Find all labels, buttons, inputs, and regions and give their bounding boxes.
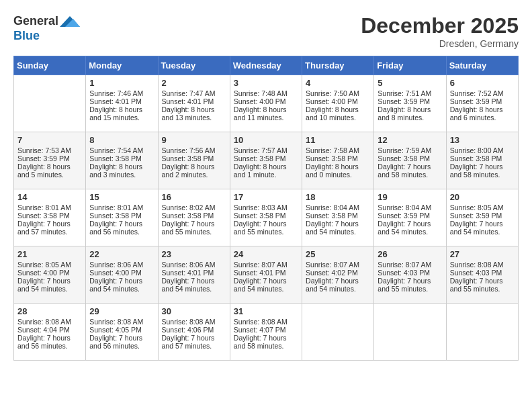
day-number: 21: [17, 249, 82, 259]
header-monday: Monday: [86, 56, 158, 75]
calendar-cell: 1Sunrise: 7:46 AMSunset: 4:01 PMDaylight…: [86, 75, 158, 132]
sunset-text: Sunset: 3:59 PM: [378, 212, 442, 220]
daylight-text: Daylight: 7 hours and 54 minutes.: [306, 277, 370, 293]
calendar-cell: 26Sunrise: 8:07 AMSunset: 4:03 PMDayligh…: [374, 246, 446, 304]
sunset-text: Sunset: 3:58 PM: [450, 154, 515, 163]
sunrise-text: Sunrise: 8:07 AM: [306, 261, 370, 269]
sunset-text: Sunset: 4:02 PM: [306, 269, 370, 277]
week-row-2: 7Sunrise: 7:53 AMSunset: 3:59 PMDaylight…: [14, 132, 519, 189]
calendar-cell: 9Sunrise: 7:56 AMSunset: 3:58 PMDaylight…: [158, 132, 230, 189]
sunset-text: Sunset: 3:58 PM: [306, 154, 370, 163]
sunrise-text: Sunrise: 8:07 AM: [234, 261, 298, 269]
day-number: 24: [234, 249, 298, 259]
header-tuesday: Tuesday: [158, 56, 230, 75]
sunset-text: Sunset: 4:00 PM: [234, 97, 298, 105]
logo-general: General: [13, 15, 58, 28]
sunrise-text: Sunrise: 8:01 AM: [17, 203, 82, 212]
sunset-text: Sunset: 4:00 PM: [17, 269, 82, 277]
calendar-cell: 12Sunrise: 7:59 AMSunset: 3:58 PMDayligh…: [374, 132, 446, 189]
calendar-cell: 18Sunrise: 8:04 AMSunset: 3:58 PMDayligh…: [302, 189, 374, 246]
sunrise-text: Sunrise: 7:53 AM: [17, 146, 82, 154]
calendar-cell: 3Sunrise: 7:48 AMSunset: 4:00 PMDaylight…: [230, 75, 302, 132]
daylight-text: Daylight: 8 hours and 13 minutes.: [162, 105, 226, 122]
title-block: December 2025 Dresden, Germany: [361, 13, 519, 49]
location-subtitle: Dresden, Germany: [361, 38, 519, 49]
sunset-text: Sunset: 3:58 PM: [234, 154, 298, 163]
sunrise-text: Sunrise: 7:54 AM: [89, 146, 154, 154]
daylight-text: Daylight: 8 hours and 0 minutes.: [306, 163, 370, 179]
calendar-cell: 8Sunrise: 7:54 AMSunset: 3:58 PMDaylight…: [86, 132, 158, 189]
sunrise-text: Sunrise: 7:56 AM: [162, 146, 226, 154]
day-number: 3: [234, 78, 298, 88]
day-number: 28: [17, 306, 82, 316]
day-number: 5: [378, 78, 442, 88]
calendar-cell: 31Sunrise: 8:08 AMSunset: 4:07 PMDayligh…: [230, 304, 302, 361]
day-number: 20: [450, 192, 515, 202]
daylight-text: Daylight: 7 hours and 56 minutes.: [89, 220, 154, 236]
calendar-cell: 14Sunrise: 8:01 AMSunset: 3:58 PMDayligh…: [14, 189, 86, 246]
calendar-table: SundayMondayTuesdayWednesdayThursdayFrid…: [13, 56, 519, 361]
sunset-text: Sunset: 3:58 PM: [306, 212, 370, 220]
header-saturday: Saturday: [446, 56, 518, 75]
sunset-text: Sunset: 4:01 PM: [89, 97, 154, 105]
sunrise-text: Sunrise: 8:06 AM: [162, 261, 226, 269]
daylight-text: Daylight: 7 hours and 56 minutes.: [89, 334, 154, 350]
calendar-cell: [302, 304, 374, 361]
sunrise-text: Sunrise: 8:08 AM: [89, 318, 154, 326]
sunset-text: Sunset: 4:00 PM: [89, 269, 154, 277]
day-number: 12: [378, 135, 442, 145]
header-sunday: Sunday: [14, 56, 86, 75]
sunrise-text: Sunrise: 8:08 AM: [450, 261, 515, 269]
daylight-text: Daylight: 8 hours and 3 minutes.: [89, 163, 154, 179]
sunset-text: Sunset: 4:04 PM: [17, 326, 82, 334]
calendar-cell: [14, 75, 86, 132]
daylight-text: Daylight: 8 hours and 5 minutes.: [17, 163, 82, 179]
day-number: 13: [450, 135, 515, 145]
day-number: 31: [234, 306, 298, 316]
sunrise-text: Sunrise: 8:07 AM: [378, 261, 442, 269]
sunset-text: Sunset: 3:58 PM: [89, 212, 154, 220]
calendar-cell: 15Sunrise: 8:01 AMSunset: 3:58 PMDayligh…: [86, 189, 158, 246]
day-number: 10: [234, 135, 298, 145]
sunset-text: Sunset: 4:05 PM: [89, 326, 154, 334]
sunrise-text: Sunrise: 8:08 AM: [17, 318, 82, 326]
daylight-text: Daylight: 8 hours and 10 minutes.: [306, 105, 370, 122]
daylight-text: Daylight: 7 hours and 55 minutes.: [234, 220, 298, 236]
calendar-cell: 13Sunrise: 8:00 AMSunset: 3:58 PMDayligh…: [446, 132, 518, 189]
daylight-text: Daylight: 7 hours and 58 minutes.: [234, 334, 298, 350]
daylight-text: Daylight: 7 hours and 58 minutes.: [450, 163, 515, 179]
sunrise-text: Sunrise: 7:57 AM: [234, 146, 298, 154]
day-number: 27: [450, 249, 515, 259]
logo: General Blue: [13, 13, 80, 43]
sunrise-text: Sunrise: 8:01 AM: [89, 203, 154, 212]
day-number: 6: [450, 78, 515, 88]
day-number: 8: [89, 135, 154, 145]
sunrise-text: Sunrise: 8:05 AM: [450, 203, 515, 212]
header-thursday: Thursday: [302, 56, 374, 75]
sunset-text: Sunset: 3:58 PM: [234, 212, 298, 220]
sunset-text: Sunset: 4:01 PM: [162, 97, 226, 105]
sunrise-text: Sunrise: 7:58 AM: [306, 146, 370, 154]
sunset-text: Sunset: 3:59 PM: [450, 212, 515, 220]
sunset-text: Sunset: 4:06 PM: [162, 326, 226, 334]
day-number: 4: [306, 78, 370, 88]
day-number: 7: [17, 135, 82, 145]
day-number: 16: [162, 192, 226, 202]
daylight-text: Daylight: 8 hours and 11 minutes.: [234, 105, 298, 122]
daylight-text: Daylight: 8 hours and 6 minutes.: [450, 105, 515, 122]
sunrise-text: Sunrise: 7:46 AM: [89, 89, 154, 97]
sunrise-text: Sunrise: 8:05 AM: [17, 261, 82, 269]
calendar-cell: 21Sunrise: 8:05 AMSunset: 4:00 PMDayligh…: [14, 246, 86, 304]
day-number: 22: [89, 249, 154, 259]
calendar-cell: 27Sunrise: 8:08 AMSunset: 4:03 PMDayligh…: [446, 246, 518, 304]
calendar-cell: 20Sunrise: 8:05 AMSunset: 3:59 PMDayligh…: [446, 189, 518, 246]
sunset-text: Sunset: 3:59 PM: [378, 97, 442, 105]
daylight-text: Daylight: 8 hours and 2 minutes.: [162, 163, 226, 179]
day-number: 23: [162, 249, 226, 259]
calendar-cell: 11Sunrise: 7:58 AMSunset: 3:58 PMDayligh…: [302, 132, 374, 189]
header-friday: Friday: [374, 56, 446, 75]
daylight-text: Daylight: 7 hours and 55 minutes.: [378, 277, 442, 293]
calendar-cell: 10Sunrise: 7:57 AMSunset: 3:58 PMDayligh…: [230, 132, 302, 189]
sunset-text: Sunset: 4:03 PM: [378, 269, 442, 277]
calendar-cell: 28Sunrise: 8:08 AMSunset: 4:04 PMDayligh…: [14, 304, 86, 361]
